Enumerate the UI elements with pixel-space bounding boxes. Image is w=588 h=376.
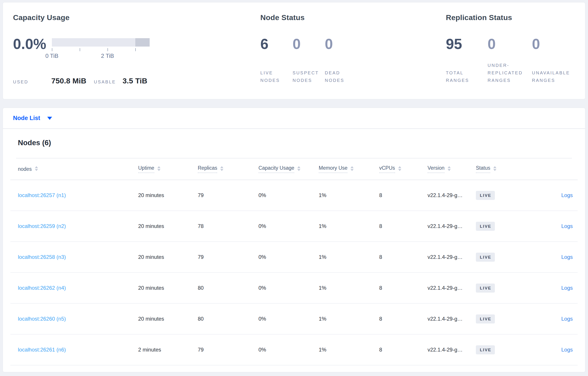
memory-use-cell: 1% (319, 223, 379, 229)
node-address-link[interactable]: localhost:26257 (n1) (18, 192, 66, 198)
sort-up-triangle (448, 166, 451, 168)
column-header-label: vCPUs (379, 165, 395, 173)
summary-stat: 6 LIVE NODES (261, 36, 293, 84)
capacity-gauge: 0 TiB2 TiB (52, 38, 150, 60)
nodes-table-card: Nodes (6) nodes Uptime Replicas Capacity… (3, 129, 585, 372)
sort-icon (350, 166, 354, 171)
sort-icon (448, 166, 451, 171)
capacity-gauge-provisioned-segment (135, 38, 150, 47)
uptime-cell: 20 minutes (138, 285, 198, 291)
capacity-usage-panel: Capacity Usage 0.0% 0 TiB2 TiB USED 750.… (13, 13, 261, 99)
uptime-cell: 20 minutes (138, 316, 198, 322)
column-header[interactable]: Capacity Usage (258, 165, 319, 173)
sort-icon (398, 166, 401, 171)
sort-up-triangle (35, 166, 38, 168)
logs-link[interactable]: Logs (561, 254, 573, 260)
table-body: localhost:26257 (n1) 20 minutes 79 0% 1%… (10, 180, 578, 366)
summary-stat: 0 UNDER-REPLICATED RANGES (488, 36, 532, 84)
node-address-link[interactable]: localhost:26260 (n5) (18, 316, 66, 322)
node-list-dropdown[interactable]: Node List (3, 108, 585, 129)
stat-value: 0 (325, 36, 357, 52)
table-header-row: nodes Uptime Replicas Capacity Usage Mem… (10, 158, 578, 180)
status-badge: LIVE (476, 345, 495, 354)
uptime-cell: 2 minutes (138, 347, 198, 353)
version-cell: v22.1.4-29-g… (428, 223, 476, 229)
column-header-label: Capacity Usage (258, 165, 294, 173)
capacity-gauge-bar (52, 38, 150, 47)
version-cell: v22.1.4-29-g… (428, 347, 476, 353)
capacity-usage-cell: 0% (258, 223, 319, 229)
node-address-link[interactable]: localhost:26262 (n4) (18, 285, 66, 291)
usable-value: 3.5 TiB (123, 77, 147, 85)
column-header-label: Status (476, 165, 490, 173)
column-header-label: Version (428, 165, 444, 173)
stat-value: 0 (488, 36, 532, 52)
vcpus-cell: 8 (379, 192, 428, 198)
uptime-cell: 20 minutes (138, 254, 198, 260)
summary-stat: 0 DEAD NODES (325, 36, 357, 84)
panel-title: Replication Status (446, 13, 576, 22)
stat-value: 0 (532, 36, 576, 52)
column-header[interactable]: Memory Use (319, 165, 379, 173)
sort-icon (157, 166, 160, 171)
column-header[interactable]: Replicas (198, 165, 258, 173)
table-row: localhost:26262 (n4) 20 minutes 80 0% 1%… (10, 273, 578, 304)
node-address-link[interactable]: localhost:26261 (n6) (18, 347, 66, 353)
replicas-cell: 80 (198, 316, 258, 322)
node-status-panel: Node Status 6 LIVE NODES 0 SUSPECT NODES… (261, 13, 446, 99)
gauge-tick (107, 48, 108, 51)
memory-use-cell: 1% (319, 192, 379, 198)
sort-up-triangle (157, 166, 160, 168)
logs-link[interactable]: Logs (561, 192, 573, 198)
column-header[interactable]: Status (476, 165, 531, 173)
replicas-cell: 79 (198, 347, 258, 353)
column-header[interactable]: vCPUs (379, 165, 428, 173)
capacity-usage-cell: 0% (258, 192, 319, 198)
version-cell: v22.1.4-29-g… (428, 285, 476, 291)
status-badge: LIVE (476, 191, 495, 200)
memory-use-cell: 1% (319, 254, 379, 260)
capacity-hero: 0.0% 0 TiB2 TiB (13, 36, 261, 60)
node-address-link[interactable]: localhost:26259 (n2) (18, 223, 66, 229)
table-row: localhost:26261 (n6) 2 minutes 79 0% 1% … (10, 334, 578, 366)
logs-link[interactable]: Logs (561, 223, 573, 229)
status-badge: LIVE (476, 253, 495, 262)
capacity-usage-cell: 0% (258, 285, 319, 291)
memory-use-cell: 1% (319, 285, 379, 291)
sort-down-triangle (220, 169, 223, 171)
sort-down-triangle (350, 169, 354, 171)
memory-use-cell: 1% (319, 347, 379, 353)
panel-title: Capacity Usage (13, 13, 261, 22)
vcpus-cell: 8 (379, 254, 428, 260)
sort-up-triangle (350, 166, 354, 168)
replicas-cell: 79 (198, 192, 258, 198)
logs-link[interactable]: Logs (561, 347, 573, 353)
replication-status-panel: Replication Status 95 TOTAL RANGES 0 UND… (446, 13, 576, 99)
cluster-summary-card: Capacity Usage 0.0% 0 TiB2 TiB USED 750.… (3, 2, 585, 99)
capacity-gauge-tick-labels: 0 TiB2 TiB (52, 52, 150, 60)
status-badge: LIVE (476, 222, 495, 231)
vcpus-cell: 8 (379, 347, 428, 353)
sort-down-triangle (493, 169, 496, 171)
chevron-down-icon (47, 117, 52, 120)
vcpus-cell: 8 (379, 285, 428, 291)
logs-link[interactable]: Logs (561, 285, 573, 291)
column-header[interactable]: nodes (18, 166, 138, 172)
logs-link[interactable]: Logs (561, 316, 573, 322)
node-address-link[interactable]: localhost:26258 (n3) (18, 254, 66, 260)
status-badge: LIVE (476, 314, 495, 324)
stat-value: 95 (446, 36, 488, 52)
table-row: localhost:26258 (n3) 20 minutes 79 0% 1%… (10, 242, 578, 273)
replicas-cell: 78 (198, 223, 258, 229)
column-header[interactable]: Version (428, 165, 476, 173)
capacity-gauge-ticks (52, 48, 150, 52)
sort-up-triangle (493, 166, 496, 168)
sort-up-triangle (297, 166, 300, 168)
usable-label: USABLE (94, 79, 116, 84)
nodes-section-title: Nodes (6) (10, 129, 578, 147)
stat-label: SUSPECT NODES (293, 69, 325, 84)
column-header[interactable]: Uptime (138, 165, 198, 173)
used-value: 750.8 MiB (52, 77, 86, 85)
table-row: localhost:26259 (n2) 20 minutes 78 0% 1%… (10, 211, 578, 242)
sort-icon (220, 166, 223, 171)
